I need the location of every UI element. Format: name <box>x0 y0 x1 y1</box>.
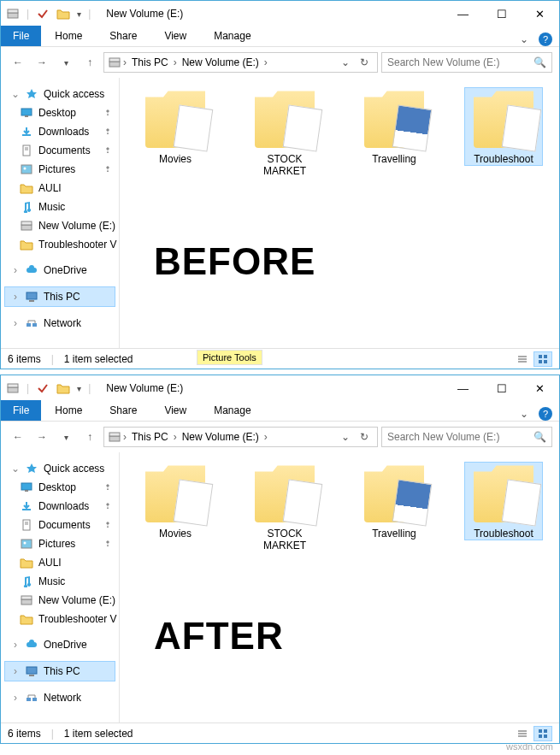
chevron-right-icon[interactable]: › <box>121 56 128 68</box>
chevron-right-icon[interactable]: › <box>11 692 20 704</box>
chevron-right-icon[interactable]: › <box>11 665 20 677</box>
address-dropdown-icon[interactable]: ⌄ <box>336 428 355 446</box>
tab-share[interactable]: Share <box>96 26 150 46</box>
search-field[interactable] <box>387 56 533 68</box>
tab-view[interactable]: View <box>150 400 200 421</box>
sidebar-item-desktop[interactable]: Desktop <box>4 478 115 497</box>
details-view-button[interactable] <box>513 726 532 741</box>
file-tab[interactable]: File <box>1 400 41 421</box>
close-button[interactable]: ✕ <box>521 1 559 27</box>
folder-item-troubleshoot[interactable]: Troubleshoot <box>465 88 542 165</box>
breadcrumb-new-volume-e-[interactable]: New Volume (E:) <box>179 431 262 443</box>
sidebar-item-downloads[interactable]: Downloads <box>4 497 115 516</box>
breadcrumb-this-pc[interactable]: This PC <box>128 431 172 443</box>
sidebar-item-auli[interactable]: AULI <box>4 553 115 572</box>
sidebar-item-music[interactable]: Music <box>4 198 115 216</box>
content-pane[interactable]: Movies STOCK MARKET Travelling Troublesh… <box>120 452 559 723</box>
sidebar-quick-access[interactable]: ⌄Quick access <box>4 459 115 478</box>
up-button[interactable]: ↑ <box>80 427 100 447</box>
sidebar-network[interactable]: ›Network <box>4 688 115 707</box>
sidebar-item-downloads[interactable]: Downloads <box>4 122 115 141</box>
sidebar-item-documents[interactable]: Documents <box>4 141 115 160</box>
ribbon-collapse-icon[interactable]: ⌄ <box>520 33 528 45</box>
sidebar-network[interactable]: ›Network <box>4 314 115 333</box>
folder-item-stock-market[interactable]: STOCK MARKET <box>246 88 323 177</box>
tab-home[interactable]: Home <box>41 26 96 46</box>
address-dropdown-icon[interactable]: ⌄ <box>336 53 355 72</box>
ribbon-collapse-icon[interactable]: ⌄ <box>520 408 528 420</box>
sidebar-item-troubleshooter-v[interactable]: Troubleshooter V <box>4 610 115 628</box>
sidebar-item-troubleshooter-v[interactable]: Troubleshooter V <box>4 235 115 254</box>
sidebar-item-music[interactable]: Music <box>4 572 115 591</box>
forward-button[interactable]: → <box>32 52 52 73</box>
help-icon[interactable]: ? <box>539 407 552 421</box>
folder-icon[interactable] <box>56 381 70 395</box>
sidebar-item-pictures[interactable]: Pictures <box>4 160 115 179</box>
recent-dropdown-icon[interactable]: ▾ <box>56 427 76 447</box>
chevron-down-icon[interactable]: ⌄ <box>11 88 20 100</box>
refresh-button[interactable]: ↻ <box>355 53 374 72</box>
back-button[interactable]: ← <box>8 52 28 73</box>
tab-manage[interactable]: Manage <box>200 400 264 421</box>
maximize-button[interactable]: ☐ <box>482 375 521 401</box>
chevron-right-icon[interactable]: › <box>121 431 128 443</box>
thumbnails-view-button[interactable] <box>533 726 552 741</box>
folder-item-stock-market[interactable]: STOCK MARKET <box>246 463 323 552</box>
details-view-button[interactable] <box>513 351 532 367</box>
folder-item-movies[interactable]: Movies <box>137 463 214 540</box>
tab-view[interactable]: View <box>150 26 200 46</box>
search-field[interactable] <box>387 431 533 443</box>
chevron-right-icon[interactable]: › <box>172 56 179 68</box>
minimize-button[interactable]: — <box>444 375 482 401</box>
folder-item-travelling[interactable]: Travelling <box>356 463 433 540</box>
refresh-button[interactable]: ↻ <box>355 428 374 446</box>
chevron-right-icon[interactable]: › <box>262 56 269 68</box>
file-tab[interactable]: File <box>1 26 41 46</box>
folder-item-troubleshoot[interactable]: Troubleshoot <box>465 463 542 540</box>
sidebar-item-desktop[interactable]: Desktop <box>4 103 115 122</box>
chevron-right-icon[interactable]: › <box>11 317 20 329</box>
chevron-right-icon[interactable]: › <box>11 264 20 276</box>
sidebar-onedrive[interactable]: ›OneDrive <box>4 261 115 280</box>
recent-dropdown-icon[interactable]: ▾ <box>56 52 76 73</box>
chevron-right-icon[interactable]: › <box>11 639 20 651</box>
address-bar[interactable]: › This PC›New Volume (E:)› ⌄ ↻ <box>103 52 378 73</box>
sidebar-item-pictures[interactable]: Pictures <box>4 534 115 553</box>
breadcrumb-this-pc[interactable]: This PC <box>128 56 172 68</box>
check-icon[interactable] <box>36 381 50 395</box>
qat-dropdown-icon[interactable]: ▾ <box>77 9 81 19</box>
folder-item-travelling[interactable]: Travelling <box>356 88 433 165</box>
thumbnails-view-button[interactable] <box>533 351 552 367</box>
sidebar-this-pc[interactable]: ›This PC <box>4 286 115 307</box>
sidebar-quick-access[interactable]: ⌄Quick access <box>4 85 115 103</box>
sidebar-item-new-volume-e-[interactable]: New Volume (E:) <box>4 591 115 610</box>
chevron-right-icon[interactable]: › <box>11 291 20 303</box>
minimize-button[interactable]: — <box>444 1 482 27</box>
folder-icon[interactable] <box>56 7 70 21</box>
tab-manage[interactable]: Manage <box>200 26 264 46</box>
up-button[interactable]: ↑ <box>80 52 100 73</box>
sidebar-item-new-volume-e-[interactable]: New Volume (E:) <box>4 216 115 235</box>
chevron-right-icon[interactable]: › <box>172 431 179 443</box>
tab-home[interactable]: Home <box>41 400 96 421</box>
search-input[interactable]: 🔍 <box>381 427 552 447</box>
sidebar-this-pc[interactable]: ›This PC <box>4 661 115 681</box>
check-icon[interactable] <box>36 7 50 21</box>
help-icon[interactable]: ? <box>539 32 552 46</box>
sidebar-onedrive[interactable]: ›OneDrive <box>4 635 115 654</box>
content-pane[interactable]: Movies STOCK MARKET Travelling Troublesh… <box>120 78 559 348</box>
breadcrumb-new-volume-e-[interactable]: New Volume (E:) <box>179 56 262 68</box>
folder-item-movies[interactable]: Movies <box>137 88 214 165</box>
chevron-down-icon[interactable]: ⌄ <box>11 463 20 475</box>
sidebar-item-documents[interactable]: Documents <box>4 516 115 534</box>
address-bar[interactable]: › This PC›New Volume (E:)› ⌄ ↻ <box>103 427 378 447</box>
sidebar-item-auli[interactable]: AULI <box>4 179 115 198</box>
forward-button[interactable]: → <box>32 427 52 447</box>
maximize-button[interactable]: ☐ <box>482 1 521 27</box>
search-input[interactable]: 🔍 <box>381 52 552 73</box>
tab-share[interactable]: Share <box>96 400 150 421</box>
qat-dropdown-icon[interactable]: ▾ <box>77 384 81 393</box>
close-button[interactable]: ✕ <box>521 375 559 401</box>
chevron-right-icon[interactable]: › <box>262 431 269 443</box>
back-button[interactable]: ← <box>8 427 28 447</box>
